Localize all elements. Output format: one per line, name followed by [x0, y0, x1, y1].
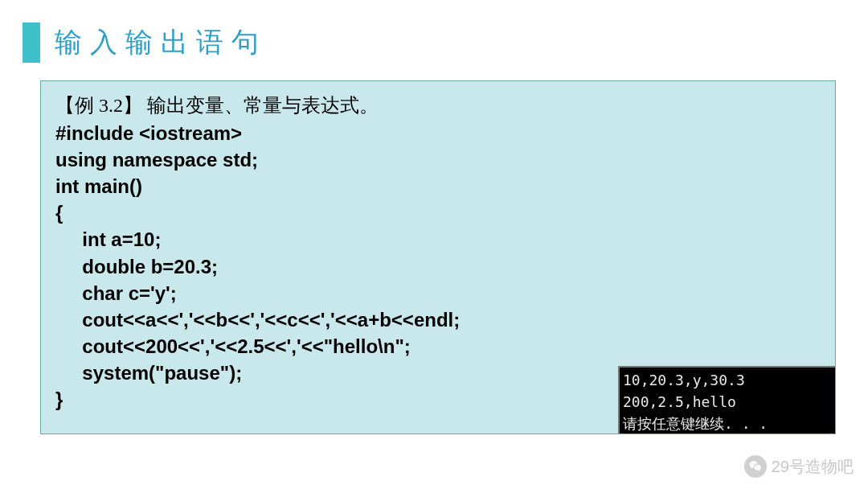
slide-title-row: 输入输出语句: [0, 0, 868, 63]
code-line-4: {: [55, 202, 63, 224]
code-panel: 【例 3.2】 输出变量、常量与表达式。 #include <iostream>…: [40, 80, 836, 434]
example-heading: 【例 3.2】 输出变量、常量与表达式。: [55, 92, 821, 118]
code-line-3: int main(): [55, 175, 142, 197]
code-line-7: char c='y';: [55, 282, 177, 304]
code-line-9: cout<<200<<','<<2.5<<','<<"hello\n";: [55, 335, 411, 357]
title-accent-bar: [23, 23, 40, 63]
example-label: 【例 3.2】: [55, 95, 142, 116]
example-description: 输出变量、常量与表达式。: [142, 95, 379, 116]
console-line-1: 10,20.3,y,30.3: [623, 372, 745, 388]
code-line-11: }: [55, 388, 63, 410]
wechat-icon: [744, 455, 767, 478]
code-line-2: using namespace std;: [55, 149, 258, 171]
watermark-text: 29号造物吧: [772, 456, 854, 478]
code-line-8: cout<<a<<','<<b<<','<<c<<','<<a+b<<endl;: [55, 309, 460, 331]
code-line-1: #include <iostream>: [55, 122, 242, 144]
console-line-2: 200,2.5,hello: [623, 393, 736, 410]
code-line-10: system("pause");: [55, 362, 242, 384]
console-output: 10,20.3,y,30.3 200,2.5,hello 请按任意键继续. . …: [618, 366, 835, 434]
code-line-5: int a=10;: [55, 228, 161, 250]
code-line-6: double b=20.3;: [55, 256, 218, 277]
slide-title: 输入输出语句: [55, 24, 267, 61]
console-line-3: 请按任意键继续. . .: [623, 415, 768, 432]
watermark: 29号造物吧: [744, 455, 854, 478]
